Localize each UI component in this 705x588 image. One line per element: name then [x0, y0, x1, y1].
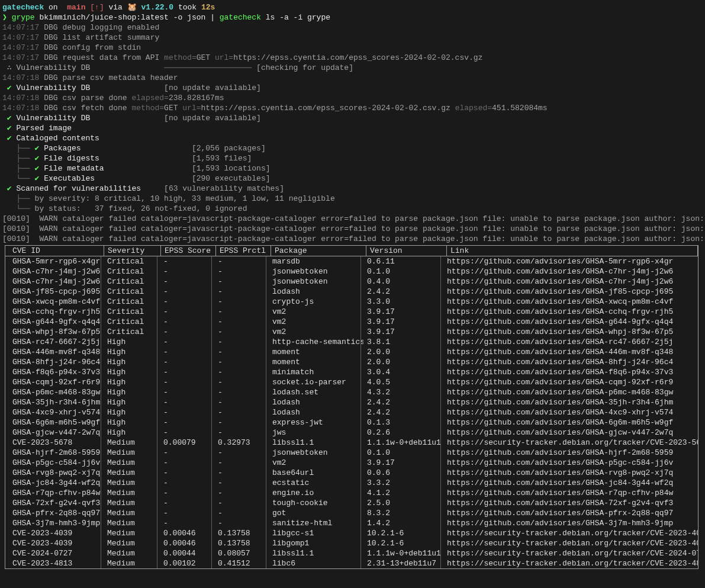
cell-prctl: -	[214, 518, 269, 528]
table-row: GHSA-c7hr-j4mj-j2w6Critical--jsonwebtoke…	[5, 277, 698, 287]
cell-link[interactable]: https://github.com/advisories/GHSA-gjcw-…	[443, 428, 698, 438]
col-epss-score: EPSS Score	[161, 246, 216, 256]
cell-link[interactable]: https://github.com/advisories/GHSA-whpj-…	[443, 327, 698, 337]
cell-version: 0.1.0	[363, 266, 443, 277]
command-line[interactable]: ❯ grype bkimminich/juice-shop:latest -o …	[2, 12, 703, 23]
cell-link[interactable]: https://security-tracker.debian.org/trac…	[443, 538, 698, 548]
cell-link[interactable]: https://github.com/advisories/GHSA-5mrr-…	[443, 256, 698, 266]
cell-package: crypto-js	[269, 297, 363, 307]
cell-epss: -	[160, 397, 214, 407]
cell-cve: GHSA-f8q6-p94x-37v3	[12, 367, 104, 377]
cell-version: 3.9.17	[363, 307, 443, 317]
table-row: GHSA-f8q6-p94x-37v3High--minimatch3.0.4h…	[5, 367, 698, 377]
cell-epss: 0.00079	[160, 438, 214, 448]
cell-link[interactable]: https://github.com/advisories/GHSA-cchq-…	[443, 307, 698, 317]
log-output: 14:07:17 DBG debug logging enabled14:07:…	[2, 23, 703, 244]
cell-version: 3.3.2	[363, 478, 443, 488]
log-line: ∴ Vulnerability DB ─────────────────── […	[2, 63, 703, 73]
cell-epss: -	[160, 337, 214, 347]
cell-epss: -	[160, 347, 214, 357]
cell-package: engine.io	[269, 488, 363, 498]
cell-version: 4.1.2	[363, 488, 443, 498]
table-row: GHSA-jf85-cpcp-j695Critical--lodash2.4.2…	[5, 287, 698, 297]
cell-link[interactable]: https://github.com/advisories/GHSA-p6mc-…	[443, 387, 698, 397]
cell-version: 3.3.0	[363, 297, 443, 307]
cell-link[interactable]: https://github.com/advisories/GHSA-c7hr-…	[443, 277, 698, 287]
cell-link[interactable]: https://github.com/advisories/GHSA-g644-…	[443, 317, 698, 327]
table-row: GHSA-c7hr-j4mj-j2w6Critical--jsonwebtoke…	[5, 266, 698, 277]
cell-severity: High	[104, 417, 160, 428]
cell-prctl: 0.13758	[214, 538, 269, 548]
cell-cve: GHSA-hjrf-2m68-5959	[12, 448, 104, 458]
cell-link[interactable]: https://github.com/advisories/GHSA-3j7m-…	[443, 518, 698, 528]
cell-severity: Medium	[104, 468, 160, 478]
cell-link[interactable]: https://github.com/advisories/GHSA-6g6m-…	[443, 417, 698, 428]
cell-link[interactable]: https://github.com/advisories/GHSA-p5gc-…	[443, 458, 698, 468]
cell-link[interactable]: https://github.com/advisories/GHSA-446m-…	[443, 347, 698, 357]
log-line: 14:07:17 DBG debug logging enabled	[2, 23, 703, 33]
cell-link[interactable]: https://github.com/advisories/GHSA-r7qp-…	[443, 488, 698, 498]
cell-package: jsonwebtoken	[269, 266, 363, 277]
cell-cve: GHSA-3j7m-hmh3-9jmp	[12, 518, 104, 528]
cell-link[interactable]: https://github.com/advisories/GHSA-pfrx-…	[443, 508, 698, 518]
cell-link[interactable]: https://github.com/advisories/GHSA-f8q6-…	[443, 367, 698, 377]
cell-cve: GHSA-8hfj-j24r-96c4	[12, 357, 104, 367]
cell-cve: GHSA-rc47-6667-2j5j	[12, 337, 104, 347]
cell-link[interactable]: https://github.com/advisories/GHSA-rc47-…	[443, 337, 698, 347]
cell-package: sanitize-html	[269, 518, 363, 528]
cell-prctl: 0.08057	[214, 548, 269, 558]
cell-severity: High	[104, 357, 160, 367]
cell-prctl: -	[214, 448, 269, 458]
cell-link[interactable]: https://security-tracker.debian.org/trac…	[443, 438, 698, 448]
cell-link[interactable]: https://github.com/advisories/GHSA-8hfj-…	[443, 357, 698, 367]
cell-version: 3.8.1	[363, 337, 443, 347]
cell-prctl: 0.13758	[214, 528, 269, 538]
cell-link[interactable]: https://security-tracker.debian.org/trac…	[443, 558, 698, 568]
cell-prctl: -	[214, 347, 269, 357]
cell-link[interactable]: https://github.com/advisories/GHSA-72xf-…	[443, 498, 698, 508]
cell-version: 3.0.4	[363, 367, 443, 377]
log-line: ✔ Parsed image	[2, 123, 703, 133]
cell-cve: GHSA-446m-mv8f-q348	[12, 347, 104, 357]
cell-link[interactable]: https://github.com/advisories/GHSA-4xc9-…	[443, 407, 698, 417]
table-row: CVE-2023-4039Medium0.000460.13758libgcc-…	[5, 528, 698, 538]
cell-epss: -	[160, 277, 214, 287]
cell-severity: Critical	[104, 307, 160, 317]
cell-link[interactable]: https://security-tracker.debian.org/trac…	[443, 548, 698, 558]
cell-link[interactable]: https://github.com/advisories/GHSA-c7hr-…	[443, 266, 698, 277]
table-row: GHSA-p6mc-m468-83gwHigh--lodash.set4.3.2…	[5, 387, 698, 397]
table-row: GHSA-cchq-frgv-rjh5Critical--vm23.9.17ht…	[5, 307, 698, 317]
cell-link[interactable]: https://github.com/advisories/GHSA-jc84-…	[443, 478, 698, 488]
cell-cve: GHSA-6g6m-m6h5-w9gf	[12, 417, 104, 428]
cell-epss: -	[160, 377, 214, 387]
cell-link[interactable]: https://github.com/advisories/GHSA-rvg8-…	[443, 468, 698, 478]
cell-severity: Medium	[104, 508, 160, 518]
log-line: └── ✔ Executables [290 executables]	[2, 173, 703, 184]
log-line: ├── ✔ File metadata [1,593 locations]	[2, 163, 703, 173]
col-version: Version	[366, 246, 447, 256]
cell-epss: -	[160, 287, 214, 297]
cell-version: 2.4.2	[363, 397, 443, 407]
cell-prctl: 0.41512	[214, 558, 269, 568]
cell-severity: High	[104, 387, 160, 397]
cell-epss: 0.00046	[160, 538, 214, 548]
cell-link[interactable]: https://security-tracker.debian.org/trac…	[443, 528, 698, 538]
cell-severity: High	[104, 367, 160, 377]
cell-severity: High	[104, 347, 160, 357]
table-row: GHSA-3j7m-hmh3-9jmpMedium--sanitize-html…	[5, 518, 698, 528]
cell-link[interactable]: https://github.com/advisories/GHSA-cqmj-…	[443, 377, 698, 387]
cell-link[interactable]: https://github.com/advisories/GHSA-jf85-…	[443, 287, 698, 297]
cell-package: libgomp1	[269, 538, 363, 548]
cell-package: vm2	[269, 458, 363, 468]
cell-package: lodash.set	[269, 387, 363, 397]
cell-severity: Medium	[104, 548, 160, 558]
table-row: GHSA-xwcq-pm8m-c4vfCritical--crypto-js3.…	[5, 297, 698, 307]
cell-link[interactable]: https://github.com/advisories/GHSA-35jh-…	[443, 397, 698, 407]
cell-link[interactable]: https://github.com/advisories/GHSA-hjrf-…	[443, 448, 698, 458]
cell-link[interactable]: https://github.com/advisories/GHSA-xwcq-…	[443, 297, 698, 307]
cell-package: jsonwebtoken	[269, 448, 363, 458]
cell-severity: High	[104, 337, 160, 347]
cell-epss: -	[160, 478, 214, 488]
table-row: GHSA-pfrx-2q88-qq97Medium--got8.3.2https…	[5, 508, 698, 518]
cell-cve: GHSA-jc84-3g44-wf2q	[12, 478, 104, 488]
